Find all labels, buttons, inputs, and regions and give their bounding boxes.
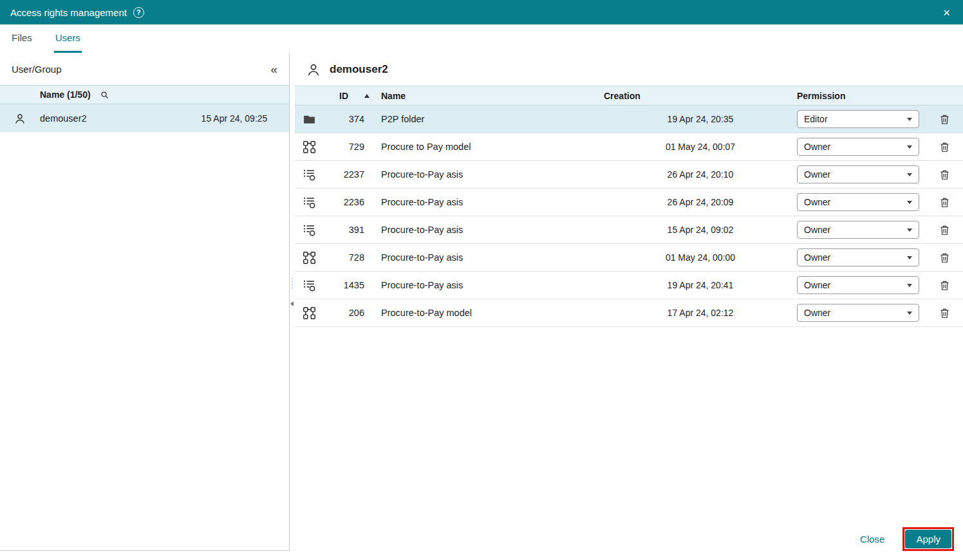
table-row[interactable]: 374 P2P folder 19 Apr 24, 20:35 Editor — [295, 106, 963, 133]
collapse-arrow-icon[interactable] — [290, 301, 294, 306]
trash-icon[interactable] — [939, 168, 951, 182]
permission-dropdown[interactable]: Owner — [797, 138, 919, 156]
chevron-down-icon — [907, 201, 912, 204]
tab-users[interactable]: Users — [54, 24, 82, 53]
search-icon[interactable] — [100, 90, 109, 100]
tab-bar: Files Users — [0, 24, 963, 53]
item-name: Procure-to-Pay asis — [381, 169, 604, 180]
user-creation: 15 Apr 24, 09:25 — [180, 113, 289, 124]
permission-cell: Owner — [797, 304, 926, 322]
close-icon[interactable]: × — [940, 5, 953, 20]
trash-icon[interactable] — [939, 140, 951, 154]
permission-dropdown[interactable]: Owner — [797, 165, 919, 183]
table-row[interactable]: 391 Procure-to-Pay asis 15 Apr 24, 09:02… — [295, 216, 963, 244]
help-icon[interactable]: ? — [133, 7, 144, 18]
delete-cell — [926, 113, 963, 126]
selected-user-header: demouser2 — [295, 53, 963, 86]
permission-value: Owner — [804, 252, 830, 263]
permission-cell: Owner — [797, 193, 926, 211]
permission-dropdown[interactable]: Editor — [797, 110, 919, 128]
model-icon — [295, 251, 323, 265]
item-name: Procure-to-Pay asis — [381, 225, 604, 235]
permission-dropdown[interactable]: Owner — [797, 248, 919, 266]
trash-icon[interactable] — [939, 306, 951, 320]
table-row[interactable]: 1435 Procure-to-Pay asis 19 Apr 24, 20:4… — [295, 272, 963, 299]
permissions-table-header: ID Name Creation Permission — [295, 86, 963, 106]
permission-cell: Owner — [797, 165, 926, 183]
trash-icon[interactable] — [939, 223, 951, 237]
titlebar: Access rights management ? × — [0, 0, 963, 24]
item-creation: 15 Apr 24, 09:02 — [604, 225, 797, 235]
dialog-footer: Close Apply — [860, 527, 954, 551]
trash-icon[interactable] — [939, 196, 951, 209]
list-icon — [295, 168, 323, 182]
dialog-title: Access rights management — [10, 7, 127, 18]
model-icon — [295, 306, 323, 320]
column-header-id[interactable]: ID — [323, 91, 364, 101]
user-list: demouser2 15 Apr 24, 09:25 — [0, 104, 289, 132]
delete-cell — [926, 251, 963, 265]
item-id: 374 — [323, 114, 364, 124]
chevron-down-icon — [907, 284, 912, 287]
permission-value: Owner — [804, 225, 830, 235]
model-icon — [295, 140, 323, 154]
user-name: demouser2 — [40, 113, 180, 124]
permission-value: Owner — [804, 142, 830, 152]
collapse-panel-icon[interactable]: « — [270, 63, 277, 75]
trash-icon[interactable] — [939, 113, 951, 126]
delete-cell — [926, 223, 963, 237]
permission-cell: Owner — [797, 248, 926, 266]
delete-cell — [926, 168, 963, 182]
permission-cell: Editor — [797, 110, 926, 128]
permission-value: Owner — [804, 308, 830, 318]
item-id: 2236 — [323, 197, 364, 207]
panel-resize-handle[interactable]: ···· — [290, 53, 295, 560]
permissions-panel: demouser2 ID Name Creation Permission 37… — [295, 53, 963, 560]
user-table-header: Name (1/50) — [0, 85, 289, 104]
table-row[interactable]: 2237 Procure-to-Pay asis 26 Apr 24, 20:1… — [295, 161, 963, 189]
panel-title: User/Group — [12, 64, 62, 75]
column-header-name[interactable]: Name — [381, 91, 604, 101]
permission-dropdown[interactable]: Owner — [797, 193, 919, 211]
item-id: 391 — [323, 225, 364, 235]
user-group-panel: User/Group « Name (1/50) demouser2 15 Ap… — [0, 53, 290, 551]
table-row[interactable]: 2236 Procure-to-Pay asis 26 Apr 24, 20:0… — [295, 189, 963, 216]
column-header-creation[interactable]: Creation — [604, 91, 797, 101]
chevron-down-icon — [907, 145, 912, 149]
item-creation: 26 Apr 24, 20:10 — [604, 169, 797, 180]
chevron-down-icon — [907, 312, 912, 315]
permission-value: Owner — [804, 280, 830, 290]
permissions-table-body: 374 P2P folder 19 Apr 24, 20:35 Editor 7… — [295, 106, 963, 327]
sort-ascending-icon[interactable] — [364, 94, 381, 98]
close-button[interactable]: Close — [860, 534, 884, 545]
tab-files[interactable]: Files — [10, 24, 33, 53]
apply-button[interactable]: Apply — [905, 530, 951, 548]
permission-dropdown[interactable]: Owner — [797, 276, 919, 294]
apply-highlight-annotation: Apply — [902, 527, 954, 551]
trash-icon[interactable] — [939, 251, 951, 265]
item-id: 728 — [323, 252, 364, 263]
selected-user-name: demouser2 — [330, 63, 388, 76]
dialog-content: User/Group « Name (1/50) demouser2 15 Ap… — [0, 53, 963, 560]
trash-icon[interactable] — [939, 279, 951, 292]
item-id: 1435 — [323, 280, 364, 290]
column-header-name: Name (1/50) — [40, 89, 91, 100]
user-row[interactable]: demouser2 15 Apr 24, 09:25 — [0, 104, 289, 132]
permission-cell: Owner — [797, 221, 926, 239]
chevron-down-icon — [907, 229, 912, 232]
item-name: Procure-to-Pay model — [381, 308, 604, 318]
item-name: P2P folder — [381, 114, 604, 124]
delete-cell — [926, 196, 963, 209]
chevron-down-icon — [907, 256, 912, 259]
table-row[interactable]: 206 Procure-to-Pay model 17 Apr 24, 02:1… — [295, 299, 963, 327]
permission-dropdown[interactable]: Owner — [797, 304, 919, 322]
item-name: Procure-to-Pay asis — [381, 252, 604, 263]
table-row[interactable]: 728 Procure-to-Pay asis 01 May 24, 00:00… — [295, 244, 963, 272]
item-name: Procure to Pay model — [381, 142, 604, 152]
table-row[interactable]: 729 Procure to Pay model 01 May 24, 00:0… — [295, 133, 963, 161]
permission-dropdown[interactable]: Owner — [797, 221, 919, 239]
permission-cell: Owner — [797, 138, 926, 156]
column-header-permission[interactable]: Permission — [797, 91, 926, 101]
permission-value: Editor — [804, 114, 828, 124]
person-icon — [306, 62, 321, 77]
